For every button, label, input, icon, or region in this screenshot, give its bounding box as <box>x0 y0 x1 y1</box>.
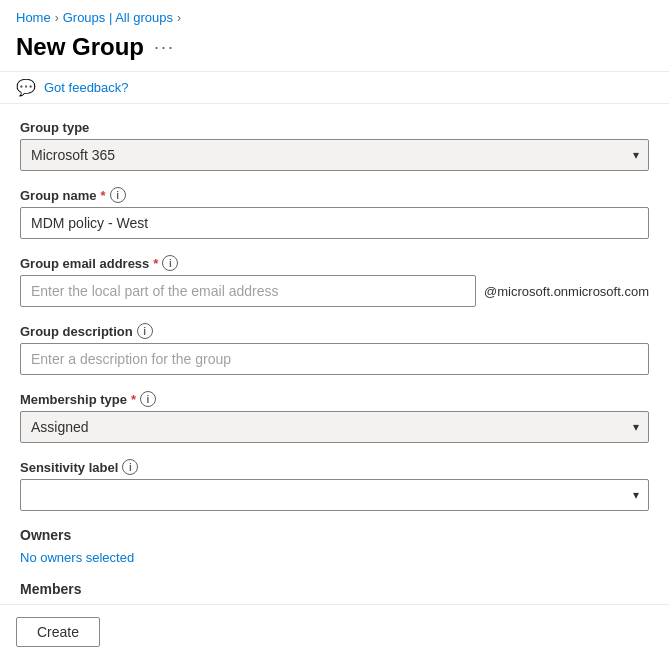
group-description-info-icon[interactable]: i <box>137 323 153 339</box>
group-description-label: Group description i <box>20 323 649 339</box>
group-name-input[interactable] <box>20 207 649 239</box>
members-title: Members <box>20 581 649 597</box>
group-description-group: Group description i <box>20 323 649 375</box>
membership-type-label: Membership type * i <box>20 391 649 407</box>
sensitivity-label-label: Sensitivity label i <box>20 459 649 475</box>
email-row: @microsoft.onmicrosoft.com <box>20 275 649 307</box>
feedback-label: Got feedback? <box>44 80 129 95</box>
feedback-icon: 💬 <box>16 78 36 97</box>
group-type-label: Group type <box>20 120 649 135</box>
membership-type-required: * <box>131 392 136 407</box>
group-description-input[interactable] <box>20 343 649 375</box>
group-type-select-wrapper: Microsoft 365 Security Distribution Mail… <box>20 139 649 171</box>
sensitivity-label-select[interactable] <box>20 479 649 511</box>
group-email-info-icon[interactable]: i <box>162 255 178 271</box>
breadcrumb-groups[interactable]: Groups | All groups <box>63 10 173 25</box>
feedback-bar[interactable]: 💬 Got feedback? <box>0 71 669 104</box>
owners-title: Owners <box>20 527 649 543</box>
group-email-required: * <box>153 256 158 271</box>
breadcrumb-home[interactable]: Home <box>16 10 51 25</box>
group-name-group: Group name * i <box>20 187 649 239</box>
group-type-group: Group type Microsoft 365 Security Distri… <box>20 120 649 171</box>
group-name-label: Group name * i <box>20 187 649 203</box>
page-title-area: New Group ··· <box>0 29 669 71</box>
create-button[interactable]: Create <box>16 617 100 647</box>
group-email-input[interactable] <box>20 275 476 307</box>
page-title: New Group <box>16 33 144 61</box>
group-email-group: Group email address * i @microsoft.onmic… <box>20 255 649 307</box>
bottom-bar: Create <box>0 604 669 659</box>
breadcrumb: Home › Groups | All groups › <box>0 0 669 29</box>
group-email-label: Group email address * i <box>20 255 649 271</box>
members-group: Members No members selected <box>20 581 649 604</box>
group-type-select[interactable]: Microsoft 365 Security Distribution Mail… <box>20 139 649 171</box>
breadcrumb-sep1: › <box>55 11 59 25</box>
no-owners-link[interactable]: No owners selected <box>20 550 134 565</box>
main-content: Group type Microsoft 365 Security Distri… <box>0 104 669 604</box>
sensitivity-label-group: Sensitivity label i ▾ <box>20 459 649 511</box>
membership-type-group: Membership type * i Assigned Dynamic Use… <box>20 391 649 443</box>
owners-group: Owners No owners selected <box>20 527 649 565</box>
group-name-info-icon[interactable]: i <box>110 187 126 203</box>
membership-type-select-wrapper: Assigned Dynamic User Dynamic Device ▾ <box>20 411 649 443</box>
group-name-required: * <box>101 188 106 203</box>
more-options-button[interactable]: ··· <box>154 37 175 58</box>
membership-type-select[interactable]: Assigned Dynamic User Dynamic Device <box>20 411 649 443</box>
email-domain: @microsoft.onmicrosoft.com <box>484 284 649 299</box>
sensitivity-label-info-icon[interactable]: i <box>122 459 138 475</box>
membership-type-info-icon[interactable]: i <box>140 391 156 407</box>
breadcrumb-sep2: › <box>177 11 181 25</box>
sensitivity-label-select-wrapper: ▾ <box>20 479 649 511</box>
